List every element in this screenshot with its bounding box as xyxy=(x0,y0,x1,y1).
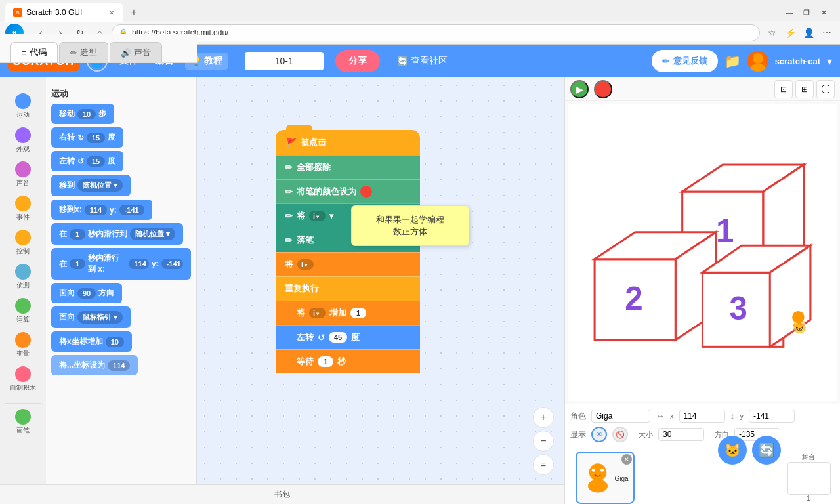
minimize-icon[interactable]: — xyxy=(784,7,795,18)
motion-label: 运动 xyxy=(16,110,30,119)
block-change-x[interactable]: 将x坐标增加 10 xyxy=(51,331,132,352)
zoom-out-button[interactable]: − xyxy=(533,430,554,452)
community-button[interactable]: 🔄 查看社区 xyxy=(387,50,458,72)
point-towards-dropdown[interactable]: 鼠标指针 ▾ xyxy=(77,311,123,324)
script-area[interactable]: 🚩 被点击 ✏ 全部擦除 ✏ 将笔的颜色设为 ✏ 将 xyxy=(197,77,564,504)
switch-backdrop-fab[interactable]: 🔄 xyxy=(752,436,781,465)
block-glide-random[interactable]: 在 1 秒内滑行到 随机位置 ▾ xyxy=(51,223,183,245)
block-turn-left[interactable]: 左转 ↺ 15 度 xyxy=(51,151,123,171)
block-more[interactable]: 将...坐标设为 114 xyxy=(51,355,138,375)
restore-icon[interactable]: ❐ xyxy=(801,7,812,18)
user-name[interactable]: scratch-cat xyxy=(775,56,820,66)
category-item-sensing[interactable]: 侦测 xyxy=(3,261,43,293)
pen-color-dot[interactable] xyxy=(360,186,372,198)
point-dir-input[interactable]: 90 xyxy=(77,288,96,299)
glide-secs-input[interactable]: 1 xyxy=(70,229,85,240)
category-item-control[interactable]: 控制 xyxy=(3,227,43,259)
extensions-button[interactable]: ⚡ xyxy=(782,25,798,41)
category-item-operator[interactable]: 运算 xyxy=(3,295,43,327)
scratch-main: 运动 外观 声音 事件 控制 xyxy=(0,77,840,504)
set-i-block[interactable]: 将 i xyxy=(276,252,420,276)
browser-tab[interactable]: S Scratch 3.0 GUI ✕ xyxy=(5,3,123,22)
sprite-size-input[interactable] xyxy=(658,428,704,441)
repeat-block[interactable]: 重复执行 xyxy=(276,276,420,301)
hat-block[interactable]: 🚩 被点击 xyxy=(276,130,420,155)
set-pen-color-block[interactable]: ✏ 将笔的颜色设为 xyxy=(276,179,420,203)
category-item-pen[interactable]: 画笔 xyxy=(3,403,43,438)
user-dropdown-icon[interactable]: ▾ xyxy=(827,55,832,68)
folder-button[interactable]: 📁 xyxy=(724,53,741,69)
tab-close-icon[interactable]: ✕ xyxy=(108,8,116,18)
var-dropdown-1[interactable]: i xyxy=(309,211,326,221)
fullscreen-button[interactable]: ⛶ xyxy=(816,80,835,98)
block-goto-xy[interactable]: 移到x: 114 y: -141 xyxy=(51,200,152,220)
glide-random-dropdown[interactable]: 随机位置 ▾ xyxy=(130,228,175,240)
close-icon[interactable]: ✕ xyxy=(818,7,830,18)
community-label: 查看社区 xyxy=(411,55,448,67)
turn-left-input[interactable]: 15 xyxy=(87,156,105,167)
goto-x-input[interactable]: 114 xyxy=(85,205,107,215)
change-x-input[interactable]: 10 xyxy=(106,337,124,347)
feedback-button[interactable]: ✏ 意见反馈 xyxy=(652,50,718,72)
i-dropdown-1[interactable]: i xyxy=(297,259,314,270)
favorites-button[interactable]: ☆ xyxy=(764,25,780,41)
stop-button[interactable] xyxy=(594,80,612,98)
pen-down-label: 落笔 xyxy=(297,234,314,246)
category-item-event[interactable]: 事件 xyxy=(3,193,43,224)
turn-right-input[interactable]: 15 xyxy=(87,133,105,143)
stage-thumbnail[interactable] xyxy=(788,462,831,495)
block-goto-random[interactable]: 移到 随机位置 ▾ xyxy=(51,175,131,196)
add-sprite-fab[interactable]: 🐱 xyxy=(718,436,747,465)
show-sprite-button[interactable]: 👁 xyxy=(591,427,607,442)
block-point-dir[interactable]: 面向 90 方向 xyxy=(51,283,122,303)
wait-block[interactable]: 等待 1 秒 xyxy=(276,349,420,373)
turn-left-block[interactable]: 左转 ↺ 45 度 xyxy=(276,325,420,349)
block-move[interactable]: 移动 10 步 xyxy=(51,104,114,124)
wait-input[interactable]: 1 xyxy=(318,356,333,367)
sprite-y-input[interactable] xyxy=(749,410,795,423)
change-i-input[interactable]: 1 xyxy=(350,308,366,318)
set-x-input[interactable]: 114 xyxy=(108,360,130,371)
move-input[interactable]: 10 xyxy=(77,109,96,119)
normal-stage-button[interactable]: ⊞ xyxy=(795,80,814,98)
settings-button[interactable]: ⋯ xyxy=(819,25,835,41)
erase-all-block[interactable]: ✏ 全部擦除 xyxy=(276,155,420,179)
zoom-in-button[interactable]: + xyxy=(533,407,554,428)
background-count: 1 xyxy=(788,495,830,502)
zoom-reset-button[interactable]: = xyxy=(533,454,554,475)
profile-button[interactable]: 👤 xyxy=(801,25,816,41)
hide-sprite-button[interactable]: 🚫 xyxy=(612,427,628,442)
sprite-thumbnail-giga[interactable]: ✕ Giga xyxy=(576,452,635,504)
category-item-sound[interactable]: 声音 xyxy=(3,159,43,190)
block-point-mouse[interactable]: 面向 鼠标指针 ▾ xyxy=(51,306,131,328)
i-dropdown-2[interactable]: i xyxy=(309,308,326,318)
sprite-x-input[interactable] xyxy=(679,410,725,423)
size-label: 大小 xyxy=(639,430,653,440)
glide-xy-x-input[interactable]: 114 xyxy=(129,259,149,269)
new-tab-button[interactable]: + xyxy=(126,5,142,20)
glide-xy-y-input[interactable]: -141 xyxy=(161,259,183,269)
goto-y-input[interactable]: -141 xyxy=(119,205,144,215)
block-glide-xy[interactable]: 在 1 秒内滑行到 x: 114 y: -141 xyxy=(51,248,191,280)
tab-code[interactable]: ≡ 代码 xyxy=(10,42,58,62)
turn-input[interactable]: 45 xyxy=(329,332,347,343)
category-item-looks[interactable]: 外观 xyxy=(3,125,43,156)
change-i-block[interactable]: 将 i 增加 1 xyxy=(276,301,420,325)
category-item-myblock[interactable]: 自制积木 xyxy=(3,364,43,395)
sprite-list-section: ✕ Giga 舞台 xyxy=(570,446,835,504)
tab-sound[interactable]: 🔊 声音 xyxy=(110,42,162,62)
small-stage-button[interactable]: ⊡ xyxy=(774,80,793,98)
share-button[interactable]: 分享 xyxy=(335,50,380,72)
address-bar[interactable]: 🔒 https://beta.scratch.mit.edu/ xyxy=(112,24,760,41)
glide-xy-secs-input[interactable]: 1 xyxy=(70,259,85,269)
sprite-delete-giga[interactable]: ✕ xyxy=(621,454,632,465)
green-flag-button[interactable]: ▶ xyxy=(570,80,589,98)
block-turn-right[interactable]: 右转 ↻ 15 度 xyxy=(51,127,123,148)
category-item-variable[interactable]: 变量 xyxy=(3,329,43,361)
goto-dropdown[interactable]: 随机位置 ▾ xyxy=(77,179,123,192)
project-name-input[interactable] xyxy=(245,52,324,70)
category-item-motion[interactable]: 运动 xyxy=(3,91,43,122)
pen-icon-3: ✏ xyxy=(285,211,293,221)
tab-costume[interactable]: ✏ 造型 xyxy=(59,42,108,62)
sprite-name-input[interactable] xyxy=(591,410,650,423)
